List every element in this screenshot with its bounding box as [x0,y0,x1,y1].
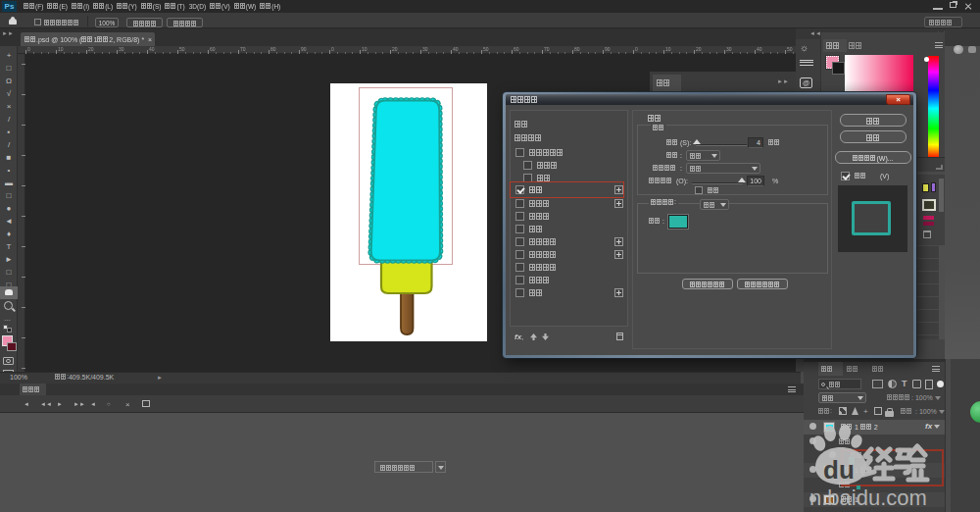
svg-text:n.baidu.com: n.baidu.com [809,486,927,510]
svg-text:du: du [823,455,855,485]
